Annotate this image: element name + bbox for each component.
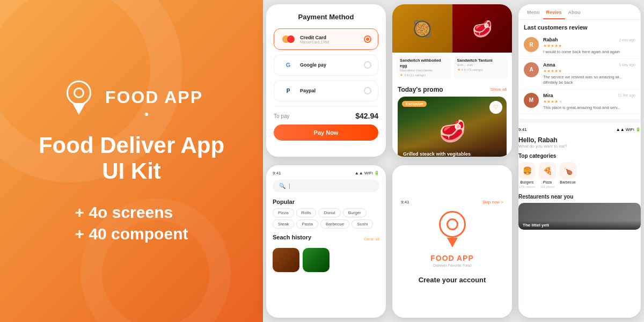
promo-food-card: 🥩 Exclusive ♡ Grilled steack with vegita… — [398, 97, 507, 157]
tag-donut[interactable]: Donut — [318, 208, 340, 217]
tag-pizza[interactable]: Pizza — [273, 208, 294, 217]
history-item-1[interactable] — [273, 248, 299, 272]
search-time: 9:41 — [273, 171, 281, 175]
review-content-1: Rabah 1 min ago ★★★★★ I would to come ba… — [543, 37, 635, 55]
promo-section-title: Today's promo — [398, 86, 443, 93]
search-panel-wrap: 9:41 ▲▲ WiFi 🔋 🔍 | Popular Pizza Rolls D… — [263, 161, 389, 322]
nearby-title: Restaurents near you — [518, 194, 641, 200]
review-avatar-2: A — [524, 62, 539, 77]
google-pay-radio[interactable] — [364, 61, 371, 69]
paypal-option[interactable]: P Paypal — [274, 80, 378, 101]
review-name-2: Anna — [543, 62, 555, 68]
logo-area: FOOD APP — [60, 79, 203, 116]
credit-card-option[interactable]: Credit Card MasterCard,1768 — [274, 28, 378, 50]
pay-now-button[interactable]: Pay Now — [274, 125, 378, 141]
reviews-panel-wrap: Menu Revies Abou Last customers review R… — [515, 0, 644, 322]
review-text-1: I would to come back here again and agai… — [543, 49, 635, 55]
google-pay-logo: G — [281, 60, 296, 70]
bbq-icon: 🍗 — [559, 162, 576, 179]
payment-panel-wrap: Payment Method Credit Card MasterCard,17… — [263, 0, 389, 161]
onboard-status-bar: 9:41 Skip now > — [401, 200, 503, 204]
heart-button[interactable]: ♡ — [489, 101, 502, 114]
credit-card-radio[interactable] — [364, 35, 371, 43]
paypal-info: Paypal — [300, 88, 364, 93]
review-content-2: Anna 1 day ago ★★★★★ The service we resi… — [543, 62, 635, 86]
reviews-section-title: Last customers review — [518, 20, 641, 34]
paypal-radio[interactable] — [364, 87, 371, 94]
dot-accent — [145, 113, 148, 116]
feature-screens: + 4o screens — [75, 203, 188, 222]
show-all-link[interactable]: Show all — [491, 87, 507, 92]
home-section: 9:41 ▲▲ WiFi 🔋 Hello, Rabah What do you … — [518, 127, 641, 230]
review-name-3: Mira — [543, 93, 553, 98]
clear-all-button[interactable]: Clear all — [364, 237, 379, 241]
review-time-3: 11 fee ago — [618, 93, 635, 97]
food-image-1: 🥘 — [392, 4, 452, 53]
promo-section: Today's promo Show all 🥩 Exclusive ♡ Gri… — [392, 83, 512, 157]
skip-link[interactable]: Skip now > — [482, 200, 503, 204]
review-time-1: 1 min ago — [619, 38, 635, 42]
paypal-logo: P — [281, 86, 296, 96]
history-item-2[interactable] — [303, 248, 330, 272]
burger-icon: 🍔 — [518, 162, 536, 179]
promo-card-info: Grilled steack with vegitables $ 21 28 — [398, 147, 507, 157]
review-stars-1: ★★★★★ — [543, 43, 635, 48]
top-cats-title: Top categories — [518, 153, 641, 159]
logo-drop-icon — [72, 103, 85, 115]
tag-steak[interactable]: Steak — [273, 219, 294, 229]
main-title: Food Deliver App UI Kit — [39, 133, 224, 185]
review-avatar-1: R — [524, 37, 539, 52]
reviews-tabs: Menu Revies Abou — [518, 4, 641, 20]
promo-food-name: Grilled steack with vegitables — [403, 151, 501, 157]
category-bbq[interactable]: 🍗 Barbecue — [559, 162, 576, 188]
right-panels: Payment Method Credit Card MasterCard,17… — [263, 0, 644, 322]
credit-card-name: Credit Card — [300, 35, 364, 40]
food-image-2: 🥩 — [452, 4, 513, 53]
onboard-logo — [439, 211, 466, 247]
credit-card-sub: MasterCard,1768 — [300, 40, 364, 44]
tags-row: Pizza Rolls Donut Burger Steak Pasta Bar… — [273, 208, 379, 229]
home-time: 9:41 — [518, 127, 527, 132]
restaurant-name: The littel yeti — [523, 223, 636, 228]
pizza-sub: 112 places — [540, 185, 555, 188]
onboard-time: 9:41 — [401, 200, 409, 204]
tab-about[interactable]: Abou — [565, 10, 584, 19]
logo-icon — [60, 79, 98, 116]
tag-rolls[interactable]: Rolls — [296, 208, 317, 217]
tag-burger[interactable]: Burger — [343, 208, 367, 217]
onboard-logo-inner — [447, 218, 458, 230]
review-item-3: M Mira 11 fee ago ★★★★★ This place is gr… — [518, 90, 641, 115]
reviews-phone-mockup: Menu Revies Abou Last customers review R… — [518, 4, 641, 318]
home-status-bar: 9:41 ▲▲ WiFi 🔋 — [518, 127, 641, 132]
category-burgers[interactable]: 🍔 Burgers 175+ places — [518, 162, 536, 188]
onboard-phone-mockup: 9:41 Skip now > FOOD APP Deliever Favori… — [392, 165, 512, 318]
tag-barbecue[interactable]: Barbecue — [320, 219, 349, 229]
left-panel: FOOD APP Food Deliver App UI Kit + 4o sc… — [0, 0, 263, 322]
review-stars-3: ★★★★★ — [543, 99, 635, 104]
history-items — [273, 248, 379, 272]
onboard-logo-circle — [439, 211, 466, 238]
category-pizza[interactable]: 🍕 Pizza 112 places — [539, 162, 556, 188]
logo-circle-inner — [74, 87, 84, 98]
onboard-tagline: Deliever Favorite Food — [433, 264, 471, 267]
tag-sushi[interactable]: Sushi — [352, 219, 373, 229]
google-pay-name: Google pay — [300, 62, 364, 68]
review-avatar-3: M — [524, 93, 539, 108]
review-item-1: R Rabah 1 min ago ★★★★★ I would to come … — [518, 34, 641, 59]
tab-reviews[interactable]: Revies — [543, 10, 565, 19]
review-item-2: A Anna 1 day ago ★★★★★ The service we re… — [518, 59, 641, 90]
tab-menu[interactable]: Menu — [524, 10, 543, 19]
tag-pasta[interactable]: Pasta — [296, 219, 318, 229]
popular-label: Popular — [273, 199, 379, 205]
history-label: Seach history — [273, 234, 311, 240]
topay-label: To pay — [274, 113, 289, 119]
pizza-label: Pizza — [543, 180, 552, 184]
restaurant-card[interactable]: The littel yeti — [518, 203, 641, 230]
google-pay-option[interactable]: G Google pay — [274, 54, 378, 76]
topay-row: To pay $42.94 — [274, 106, 378, 125]
search-box[interactable]: 🔍 | — [273, 180, 379, 192]
hello-text: Hello, Rabah — [518, 136, 641, 144]
sandwich1-rating: 4.6 (11 ratings) — [404, 74, 426, 77]
history-title-row: Seach history Clear all — [273, 234, 379, 244]
review-stars-2: ★★★★★ — [543, 69, 635, 74]
